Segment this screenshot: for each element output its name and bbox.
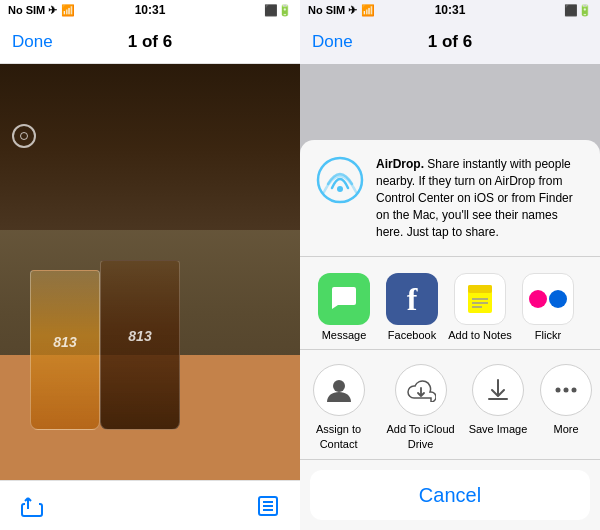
flickr-label: Flickr: [535, 329, 561, 341]
carrier-left: No SIM ✈ 📶: [8, 4, 75, 17]
save-image-icon: [472, 364, 524, 416]
svg-rect-8: [468, 285, 492, 293]
cancel-button[interactable]: Cancel: [310, 470, 590, 520]
notes-icon: [454, 273, 506, 325]
svg-point-18: [572, 388, 577, 393]
facebook-icon: f: [386, 273, 438, 325]
more-label: More: [553, 422, 578, 436]
action-more[interactable]: More: [532, 364, 600, 451]
app-icons-row: Message f Facebook Add: [300, 257, 600, 350]
done-button-left[interactable]: Done: [12, 32, 53, 52]
battery-icon-right: ⬛🔋: [564, 4, 592, 17]
svg-rect-15: [488, 398, 508, 400]
action-icloud-drive[interactable]: Add To iCloud Drive: [377, 364, 464, 451]
beer-glass-right: 813: [100, 260, 180, 430]
action-save-image[interactable]: Save Image: [464, 364, 532, 451]
icloud-label: Add To iCloud Drive: [377, 422, 464, 451]
beer-label-left: 813: [53, 334, 76, 350]
status-icons-right: ⬛🔋: [564, 4, 592, 17]
status-bar-right: No SIM ✈ 📶 10:31 ⬛🔋: [300, 0, 600, 20]
app-icon-flickr[interactable]: Flickr: [514, 273, 582, 341]
airdrop-section: AirDrop. Share instantly with people nea…: [300, 156, 600, 257]
status-icons-left: ⬛🔋: [264, 4, 292, 17]
icloud-icon: [395, 364, 447, 416]
app-icon-notes[interactable]: Add to Notes: [446, 273, 514, 341]
photo-ceiling: [0, 64, 300, 230]
photo-count-left: 1 of 6: [128, 32, 172, 52]
bottom-bar-left: [0, 480, 300, 530]
assign-contact-label: Assign to Contact: [300, 422, 377, 451]
facebook-label: Facebook: [388, 329, 436, 341]
beer-label-right: 813: [128, 328, 151, 344]
app-icon-facebook[interactable]: f Facebook: [378, 273, 446, 341]
nav-bar-right: Done 1 of 6: [300, 20, 600, 64]
wifi-icon-right: 📶: [361, 4, 375, 17]
notes-label: Add to Notes: [448, 329, 512, 341]
flickr-icon: [522, 273, 574, 325]
list-icon[interactable]: [256, 494, 280, 518]
assign-contact-icon: [313, 364, 365, 416]
photo-area: 813 813: [0, 64, 300, 480]
app-icon-message[interactable]: Message: [310, 273, 378, 341]
message-label: Message: [322, 329, 367, 341]
more-icon: [540, 364, 592, 416]
right-panel: No SIM ✈ 📶 10:31 ⬛🔋 Done 1 of 6 AirDrop.…: [300, 0, 600, 530]
svg-point-14: [333, 380, 345, 392]
action-icons-row: Assign to Contact Add To iCloud Drive: [300, 350, 600, 460]
svg-point-17: [564, 388, 569, 393]
svg-point-16: [556, 388, 561, 393]
left-panel: No SIM ✈ 📶 10:31 ⬛🔋 Done 1 of 6 813 813: [0, 0, 300, 530]
airdrop-description: AirDrop. Share instantly with people nea…: [376, 156, 584, 240]
battery-icon-left: ⬛🔋: [264, 4, 292, 17]
status-bar-left: No SIM ✈ 📶 10:31 ⬛🔋: [0, 0, 300, 20]
action-assign-contact[interactable]: Assign to Contact: [300, 364, 377, 451]
live-inner-circle: [20, 132, 28, 140]
time-left: 10:31: [135, 3, 166, 17]
photo-count-right: 1 of 6: [428, 32, 472, 52]
svg-point-6: [337, 186, 343, 192]
svg-point-12: [529, 290, 547, 308]
carrier-text-right: No SIM ✈: [308, 4, 357, 17]
carrier-right: No SIM ✈ 📶: [308, 4, 375, 17]
share-icon[interactable]: [20, 494, 44, 518]
beer-glass-left: 813: [30, 270, 100, 430]
wifi-icon-left: 📶: [61, 4, 75, 17]
done-button-right[interactable]: Done: [312, 32, 353, 52]
airdrop-icon: [316, 156, 364, 204]
save-image-label: Save Image: [469, 422, 528, 436]
nav-bar-left: Done 1 of 6: [0, 20, 300, 64]
live-photo-icon: [12, 124, 36, 148]
photo-background: 813 813: [0, 64, 300, 480]
time-right: 10:31: [435, 3, 466, 17]
airdrop-title: AirDrop.: [376, 157, 427, 171]
share-sheet: AirDrop. Share instantly with people nea…: [300, 140, 600, 530]
cancel-label: Cancel: [419, 484, 481, 507]
message-icon: [318, 273, 370, 325]
svg-point-13: [549, 290, 567, 308]
carrier-text-left: No SIM ✈: [8, 4, 57, 17]
